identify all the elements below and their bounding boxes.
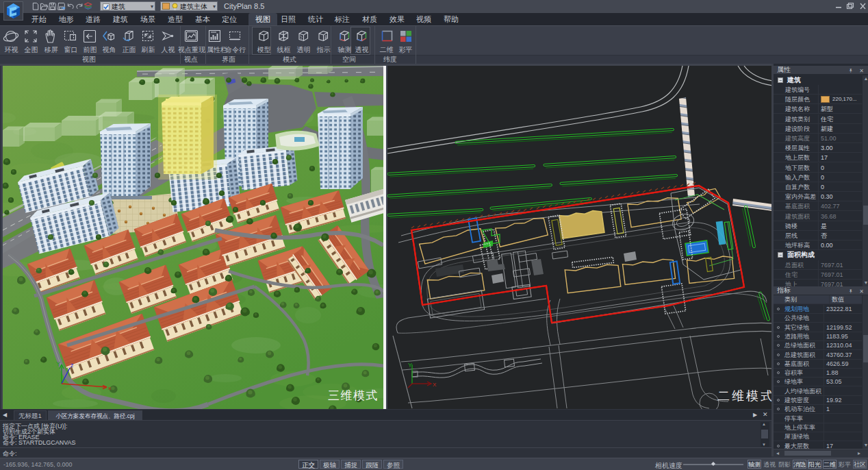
svg-text:Y: Y — [56, 360, 60, 367]
svg-text:三维模式: 三维模式 — [328, 389, 379, 402]
svg-text:X: X — [433, 382, 437, 388]
svg-text:x: x — [108, 385, 111, 391]
svg-text:二维模式: 二维模式 — [717, 389, 771, 403]
svg-text:Y: Y — [408, 362, 412, 369]
svg-text:z: z — [71, 362, 74, 369]
